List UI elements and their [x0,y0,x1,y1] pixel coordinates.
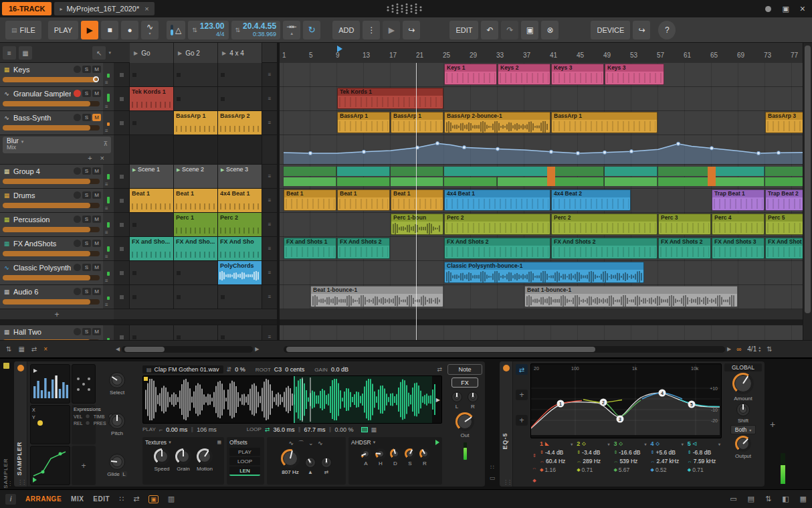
group-lane-segment[interactable] [337,177,390,186]
volume-knob[interactable] [93,76,99,82]
group-lane-segment[interactable] [337,167,390,176]
clip-slot[interactable] [218,285,262,309]
sample-waveform-display[interactable]: ▶ [142,375,442,424]
eq-gain-value[interactable]: ⇕-16.6 dB [612,448,647,456]
timeline-ruler[interactable]: 1591317212529333741454953576165697377 [280,43,803,63]
follow-playback-button[interactable]: ▶ [383,21,400,39]
tab-mix[interactable]: MIX [71,495,84,503]
band-caret-icon[interactable]: ▾ [607,442,609,446]
sample-play-icon[interactable]: ▶ [436,397,440,403]
clip-slot[interactable] [174,325,218,340]
arranger-clip[interactable]: Beat 1 [337,189,390,211]
metronome-level-slider[interactable] [171,25,173,35]
undo-button[interactable]: ↶ [481,21,498,39]
punch-buttons[interactable]: ⇥⇤ ▲ [283,21,300,39]
clip-stop-cell[interactable] [114,63,130,86]
launcher-scrollbar-handle[interactable] [124,347,165,352]
clip-slot[interactable] [130,325,174,340]
arranger-clip[interactable]: Keys 3 [605,64,664,85]
volume-slider[interactable] [3,299,100,305]
position-nudge-icon[interactable]: ⇅ [235,27,241,33]
clip-stop-cell[interactable] [114,165,130,188]
pin-icon[interactable]: ⊼ [103,141,108,147]
mute-button[interactable]: M [92,216,101,223]
track-row[interactable]: ▦KeysSM≡ [0,63,114,87]
track-row[interactable]: ▦FX AndShotsSM≡ [0,237,114,261]
solo-button[interactable]: S [82,191,91,199]
track-row[interactable]: ▦Hall TwoSM≡ [0,325,114,340]
mute-button[interactable]: M [92,191,101,199]
group-lane-segment[interactable] [551,177,604,186]
cue-marker[interactable] [337,46,342,52]
eq-freq-value[interactable]: ⇔7.59 kHz [686,457,722,465]
filter-shape-icons[interactable]: ∿ ⌒ ⌄ ∿ [270,439,343,448]
arranger-panel-icon[interactable]: ▥ [168,495,175,503]
output-knob[interactable] [735,436,751,452]
time-signature[interactable]: 4/4 [216,30,225,38]
volume-slider[interactable] [3,227,100,232]
eq-q-value[interactable]: ◆5.67 [612,466,647,474]
filter-mix-knob[interactable] [321,457,332,468]
arranger-clip[interactable]: Perc 4 [712,214,765,235]
play-button[interactable]: ▶ [81,21,98,39]
clip-slot[interactable]: BassArp 2 [218,111,262,135]
shift-knob[interactable] [736,403,750,416]
grid-resolution-control[interactable]: 4/1 ▴▾ [747,345,760,353]
eq-q-value[interactable]: ◆0.52 [649,466,685,474]
band-caret-icon[interactable]: ▾ [718,442,720,446]
clip-slot[interactable] [130,111,174,135]
clip-stop-cell[interactable] [114,111,130,135]
row-menu-icon[interactable]: ≡ [262,111,277,135]
row-menu-icon[interactable]: ≡ [262,189,277,212]
arranger-clip[interactable]: 4x4 Beat 1 [444,189,550,211]
arranger-clip[interactable]: FX And Shots 2 [444,238,550,259]
record-button[interactable]: ● [121,21,138,39]
track-row[interactable]: ▦DrumsSM≡ [0,189,114,213]
clip-stop-cell[interactable] [114,135,130,164]
xy-pad[interactable]: XY [30,405,70,444]
clip-slot[interactable]: FX And Sho [218,237,262,260]
project-tab[interactable]: ▸ MyProject_16T_2020* × [54,2,154,15]
arranger-clip[interactable]: Keys 3 [551,64,604,85]
arranger-clip[interactable]: Perc 1-boun [391,214,443,235]
file-button[interactable]: ▤FILE [5,21,41,39]
automation-write-button[interactable]: ∿▾ [141,21,159,39]
tab-arrange[interactable]: ARRANGE [25,495,62,503]
arranger-clip[interactable]: FX And Shots 2 [551,238,657,259]
cents-value[interactable]: 0 cents [285,366,304,373]
window-restore-icon[interactable]: ▣ [782,5,789,13]
group-lane-segment[interactable] [444,177,497,186]
help-button[interactable]: ? [658,21,676,39]
arranger-clip[interactable]: Keys 1 [444,64,497,85]
solo-button[interactable]: S [82,90,91,97]
insert-device-button[interactable]: ↪ [633,21,650,39]
clip-slot[interactable]: PolyChords [218,261,262,284]
chain-window-icon[interactable]: ▭ [490,475,496,481]
arranger-scrollbar-handle[interactable] [286,347,595,352]
window-close-icon[interactable]: × [800,3,805,14]
eq-gain-value[interactable]: ⇕-6.8 dB [686,448,722,456]
motion-knob[interactable] [197,448,213,464]
group-lane-segment[interactable] [658,167,711,176]
group-lane-segment[interactable] [605,167,657,176]
arranger-clip[interactable]: Trap Beat 2 [765,189,803,211]
eq-mode-select[interactable]: Both▾ [730,425,756,434]
app-tab[interactable]: 16-TRACK [2,2,52,15]
arranger-scrollbar[interactable] [284,346,725,353]
record-arm-button[interactable] [74,288,81,295]
mute-button[interactable]: M [92,240,101,247]
track-menu-icon[interactable]: ≡ [105,302,108,308]
arranger-clip[interactable]: 4x4 Beat 2 [551,189,631,211]
mute-button[interactable]: M [92,90,101,97]
record-arm-button[interactable] [74,264,81,271]
group-lane-segment[interactable] [444,167,550,176]
clip-stop-cell[interactable] [114,189,130,212]
arranger-clip[interactable]: BassArp 1 [337,112,390,133]
eq-gain-value[interactable]: ⇕-3.4 dB [575,448,611,456]
mute-button[interactable]: M [92,66,101,73]
clip-slot[interactable] [218,87,262,110]
clip-stop-cell[interactable] [114,213,130,236]
launcher-panel-icon[interactable]: ▣ [148,495,159,503]
grain-knob[interactable] [175,448,191,464]
row-menu-icon[interactable]: ≡ [262,63,277,86]
